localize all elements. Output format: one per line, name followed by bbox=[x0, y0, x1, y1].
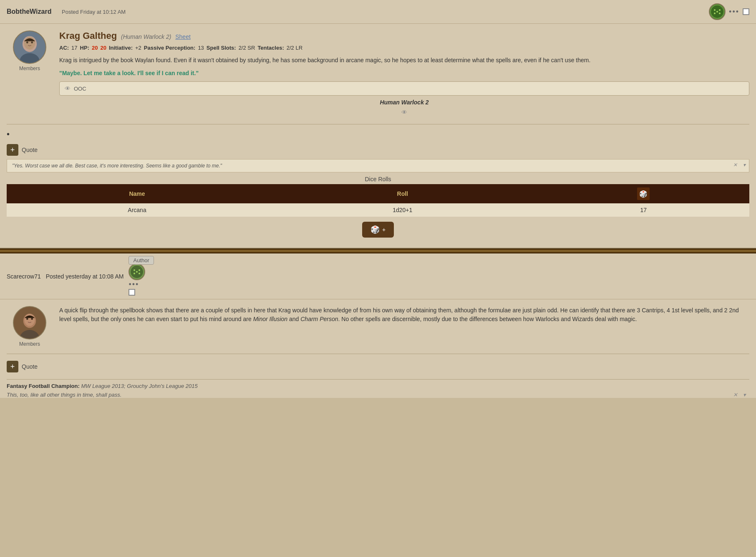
sig-title-label: Fantasy Football Champion: bbox=[7, 383, 80, 389]
post-1-content: Krag Galtheg (Human Warlock 2) Sheet AC:… bbox=[59, 30, 749, 117]
character-class-line: Human Warlock 2 bbox=[59, 99, 749, 106]
character-speech: "Maybe. Let me take a look. I'll see if … bbox=[59, 70, 749, 76]
svg-point-16 bbox=[134, 273, 135, 274]
svg-point-23 bbox=[31, 318, 33, 320]
post-2-avatar bbox=[13, 306, 46, 339]
post-2-checkbox[interactable] bbox=[129, 289, 135, 296]
quote-plus-btn-2[interactable]: + bbox=[7, 361, 18, 372]
spell-slots-value: 2/2 SR bbox=[239, 45, 255, 51]
post-1-time: Posted Friday at 10:12 AM bbox=[62, 9, 704, 15]
post-2-body: Members A quick flip through the spellbo… bbox=[0, 299, 756, 350]
ooc-eye-icon: 👁 bbox=[65, 85, 71, 92]
character-description: Krag is intrigued by the book Waylan fou… bbox=[59, 56, 749, 65]
post-2-content: A quick flip through the spellbook shows… bbox=[59, 306, 749, 347]
post-1-header: BobtheWizard Posted Friday at 10:12 AM •… bbox=[0, 0, 756, 24]
scarecrow-avatar-image bbox=[14, 306, 45, 339]
scarecrow-header-avatar-icon bbox=[129, 264, 144, 279]
italic-charm-person: Charm Person bbox=[300, 316, 338, 322]
passive-perception-value: 13 bbox=[198, 45, 204, 51]
quote-label-1: Quote bbox=[22, 147, 38, 153]
character-subtitle: (Human Warlock 2) bbox=[121, 33, 171, 40]
quote-button-2[interactable]: + Quote bbox=[0, 357, 756, 376]
initiative-value: +2 bbox=[135, 45, 141, 51]
quote-label-2: Quote bbox=[22, 363, 38, 370]
section-divider bbox=[0, 248, 756, 253]
dice-row-1: Arcana 1d20+1 17 bbox=[7, 203, 749, 217]
svg-point-5 bbox=[719, 13, 721, 14]
dice-header-icon: 🎲 bbox=[637, 187, 650, 200]
svg-point-13 bbox=[134, 269, 135, 271]
post-2-header: Scarecrow71 Posted yesterday at 10:08 AM… bbox=[0, 253, 756, 299]
svg-point-14 bbox=[139, 269, 140, 271]
add-dice-plus: + bbox=[382, 226, 386, 233]
hp-value1: 20 bbox=[92, 45, 98, 51]
ac-value: 17 bbox=[71, 45, 77, 51]
post-2-username: Scarecrow71 bbox=[7, 273, 41, 280]
post-2-time: Posted yesterday at 10:08 AM bbox=[46, 273, 124, 280]
post-2-user-role: Members bbox=[19, 341, 40, 347]
signature-quote: This, too, like all other things in time… bbox=[7, 392, 749, 398]
quote-close-icon[interactable]: ✕ bbox=[733, 162, 737, 168]
sig-close-icon[interactable]: ✕ bbox=[733, 392, 738, 398]
post-2-paragraph: A quick flip through the spellbook shows… bbox=[59, 306, 749, 324]
svg-point-11 bbox=[31, 41, 33, 43]
eye-separator: 👁 bbox=[59, 109, 749, 116]
signature-line-1: Fantasy Football Champion: MW League 201… bbox=[7, 383, 749, 389]
post-2-header-avatar bbox=[129, 263, 145, 280]
svg-point-2 bbox=[719, 9, 721, 11]
hp-label: HP: bbox=[80, 45, 89, 51]
post-1-user-role: Members bbox=[19, 66, 40, 71]
post-1-username: BobtheWizard bbox=[7, 8, 57, 15]
quote-button-1[interactable]: + Quote bbox=[0, 141, 756, 159]
ac-label: AC: bbox=[59, 45, 69, 51]
tentacles-label: Tentacles: bbox=[257, 45, 284, 51]
add-dice-button[interactable]: 🎲 + bbox=[362, 222, 394, 238]
post-1-checkbox[interactable] bbox=[743, 8, 749, 15]
svg-point-1 bbox=[714, 9, 716, 11]
bob-avatar-image bbox=[14, 30, 45, 64]
separator-eye-icon: 👁 bbox=[401, 109, 407, 116]
post-1-avatar bbox=[13, 30, 46, 64]
add-dice-wrapper: 🎲 + bbox=[7, 217, 749, 244]
character-sheet-link[interactable]: Sheet bbox=[175, 33, 191, 40]
post-2-more-button[interactable]: ••• bbox=[129, 280, 139, 289]
sig-quote-text: This, too, like all other things in time… bbox=[7, 392, 121, 398]
character-header: Krag Galtheg (Human Warlock 2) Sheet bbox=[59, 30, 749, 41]
dice-rolls-section: Dice Rolls Name Roll 🎲 Arcana 1d20+1 17 bbox=[7, 176, 749, 244]
passive-perception-label: Passive Perception: bbox=[144, 45, 196, 51]
sig-title-value: MW League 2013; Grouchy John's League 20… bbox=[81, 383, 197, 389]
signature-section: Fantasy Football Champion: MW League 201… bbox=[7, 379, 749, 398]
dice-col-roll: Roll bbox=[267, 184, 538, 203]
plus-icon-1: + bbox=[10, 146, 15, 154]
svg-point-4 bbox=[714, 13, 716, 14]
dice-row-1-name: Arcana bbox=[7, 203, 267, 217]
tentacles-value: 2/2 LR bbox=[287, 45, 302, 51]
plus-icon-2: + bbox=[10, 362, 15, 371]
quote-panel-1: "Yes. Worst case we all die. Best case, … bbox=[7, 159, 749, 172]
svg-point-15 bbox=[136, 271, 138, 273]
dice-avatar-icon bbox=[710, 4, 725, 19]
svg-point-10 bbox=[26, 41, 28, 43]
post-2-header-actions: Author ••• bbox=[129, 257, 154, 296]
svg-point-17 bbox=[139, 273, 140, 274]
post-2: Scarecrow71 Posted yesterday at 10:08 AM… bbox=[0, 253, 756, 398]
quote-chevron-icon[interactable]: ▾ bbox=[743, 162, 746, 168]
author-badge: Author bbox=[129, 256, 154, 265]
post-2-sidebar: Members bbox=[7, 306, 53, 347]
dice-row-1-roll: 1d20+1 bbox=[267, 203, 538, 217]
add-dice-icon: 🎲 bbox=[370, 225, 380, 234]
post-1-header-avatar bbox=[709, 3, 726, 20]
dice-col-result-icon: 🎲 bbox=[538, 184, 749, 203]
post-1-more-button[interactable]: ••• bbox=[729, 8, 739, 16]
svg-point-22 bbox=[26, 318, 28, 320]
sig-chevron-icon[interactable]: ▾ bbox=[743, 392, 746, 398]
quote-plus-btn-1[interactable]: + bbox=[7, 144, 18, 156]
post-1-divider bbox=[7, 124, 749, 124]
italic-minor-illusion: Minor Illusion bbox=[253, 316, 287, 322]
dice-table: Name Roll 🎲 Arcana 1d20+1 17 bbox=[7, 184, 749, 217]
post-1: BobtheWizard Posted Friday at 10:12 AM •… bbox=[0, 0, 756, 248]
post-2-divider bbox=[7, 354, 749, 354]
post-1-sidebar: Members bbox=[7, 30, 53, 117]
character-name: Krag Galtheg bbox=[59, 30, 117, 41]
initiative-label: Initiative: bbox=[109, 45, 133, 51]
